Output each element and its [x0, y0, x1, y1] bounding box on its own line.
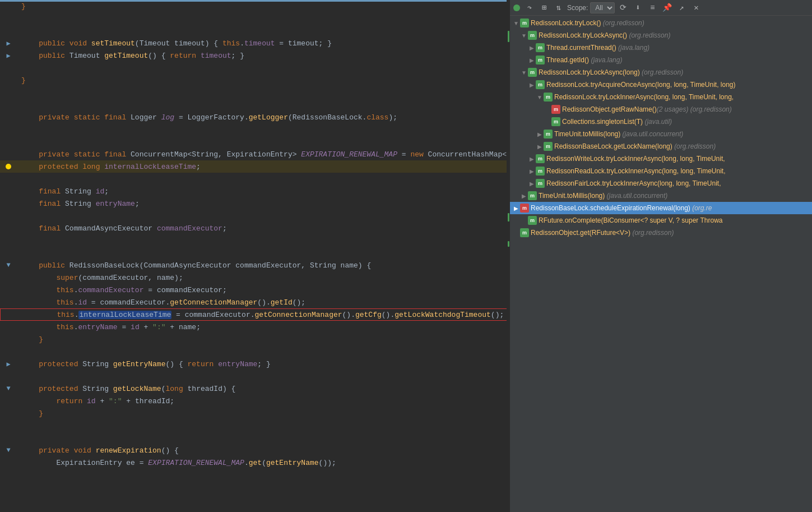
tree-item-11[interactable]: ▶ m RedissonBaseLock.getLockName(long) (…	[510, 140, 812, 153]
code-text: this.entryName = id + ":" + name;	[17, 323, 510, 331]
code-line: ▼ protected String getLockName(long thre…	[0, 382, 510, 395]
method-icon: m	[536, 179, 545, 188]
code-line	[0, 173, 510, 185]
code-text: protected String getLockName(long thread…	[17, 385, 510, 393]
tree-item-4[interactable]: ▶ m Thread.getId() (java.lang)	[510, 54, 812, 66]
scope-label: Scope:	[567, 4, 588, 12]
tree-item-text: RedissonLock.tryLockInnerAsync(long, lon…	[554, 93, 812, 101]
code-line	[0, 123, 510, 136]
tree-item-5[interactable]: ▼ m RedissonLock.tryLockAsync(long) (org…	[510, 66, 812, 79]
code-line: private static final ConcurrentMap<Strin…	[0, 148, 510, 160]
tree-expand-arrow[interactable]: ▼	[536, 94, 544, 100]
pin-button[interactable]: 📌	[661, 2, 673, 14]
tree-expand-arrow[interactable]: ▶	[512, 205, 520, 211]
code-line	[0, 234, 510, 247]
code-text: private void renewExpiration() {	[17, 446, 510, 455]
code-text: super(commandExecutor, name);	[17, 274, 510, 282]
tree-item-7[interactable]: ▼ m RedissonLock.tryLockInnerAsync(long,…	[510, 91, 812, 103]
tree-expand-arrow[interactable]: ▼	[520, 70, 528, 76]
refresh-button[interactable]: ⟳	[617, 2, 629, 14]
code-line: final String id;	[0, 185, 510, 197]
step-out-button[interactable]: ≡	[646, 2, 658, 14]
tree-item-14[interactable]: ▶ m RedissonFairLock.tryLockInnerAsync(l…	[510, 177, 812, 190]
tree-expand-arrow[interactable]: ▶	[528, 168, 536, 174]
expand-arrow[interactable]: ▼	[6, 261, 10, 269]
code-line: ▶ public void setTimeout(Timeout timeout…	[0, 37, 510, 49]
code-text: public RedissonBaseLock(CommandAsyncExec…	[17, 261, 510, 270]
method-icon: m	[536, 167, 545, 176]
code-line	[0, 419, 510, 432]
code-line	[0, 86, 510, 99]
code-text	[17, 101, 510, 109]
tree-expand-arrow[interactable]: ▼	[512, 20, 520, 26]
tree-item-9[interactable]: m Collections.singletonList(T) (java.uti…	[510, 116, 812, 128]
line-gutter: ▶	[0, 39, 17, 48]
code-text: protected long internalLockLeaseTime;	[17, 163, 510, 171]
code-text	[17, 434, 510, 442]
expand-arrow[interactable]: ▶	[6, 52, 10, 60]
tree-item-12[interactable]: ▶ m RedissonWriteLock.tryLockInnerAsync(…	[510, 153, 812, 165]
method-icon: m	[544, 130, 553, 139]
tree-expand-arrow[interactable]: ▶	[528, 57, 536, 63]
frames-button[interactable]: ⊞	[538, 2, 550, 14]
expand-arrow[interactable]: ▶	[6, 39, 10, 48]
code-line	[0, 210, 510, 222]
code-text: final String entryName;	[17, 200, 510, 208]
tree-item-text: RedissonFairLock.tryLockInnerAsync(long,…	[546, 179, 812, 187]
code-text	[17, 126, 510, 134]
export-button[interactable]: ↗	[675, 2, 688, 14]
step-into-button[interactable]: ⬇	[632, 2, 644, 14]
tree-expand-arrow[interactable]: ▶	[528, 82, 536, 88]
code-text: return id + ":" + threadId;	[17, 397, 510, 405]
tree-item-13[interactable]: ▶ m RedissonReadLock.tryLockInnerAsync(l…	[510, 165, 812, 177]
tree-expand-arrow[interactable]: ▼	[520, 33, 528, 39]
code-line	[0, 25, 510, 37]
code-text: final CommandAsyncExecutor commandExecut…	[17, 224, 510, 233]
step-over-button[interactable]: ↷	[523, 2, 536, 14]
call-stack-tree[interactable]: ▼ m RedissonLock.tryLock() (org.redisson…	[510, 16, 812, 512]
code-line: this.id = commandExecutor.getConnectionM…	[0, 296, 510, 308]
close-button[interactable]: ✕	[690, 2, 702, 14]
method-icon: m	[528, 68, 537, 77]
scroll-track	[507, 0, 510, 512]
tree-item-text: Collections.singletonList(T) (java.util)	[562, 118, 812, 126]
tree-expand-arrow[interactable]: ▶	[536, 131, 544, 137]
tree-item-3[interactable]: ▶ m Thread.currentThread() (java.lang)	[510, 41, 812, 54]
code-text	[17, 249, 510, 257]
code-line	[0, 99, 510, 111]
code-line: ExpirationEntry ee = EXPIRATION_RENEWAL_…	[0, 456, 510, 469]
tree-item-8[interactable]: m RedissonObject.getRawName()(2 usages) …	[510, 103, 812, 116]
tree-item-text: RedissonObject.getRawName()(2 usages) (o…	[562, 105, 812, 113]
tree-item-text: RedissonBaseLock.getLockName(long) (org.…	[554, 142, 812, 150]
tree-item-1[interactable]: ▼ m RedissonLock.tryLock() (org.redisson…	[510, 17, 812, 29]
tree-item-2[interactable]: ▼ m RedissonLock.tryLockAsync() (org.red…	[510, 29, 812, 41]
tree-expand-arrow[interactable]: ▶	[536, 144, 544, 150]
debug-toolbar: ↷ ⊞ ⇅ Scope: All ⟳ ⬇ ≡ 📌 ↗ ✕	[510, 0, 812, 16]
method-icon: m	[520, 228, 529, 237]
method-icon: m	[536, 56, 545, 64]
breakpoint-indicator	[6, 164, 11, 169]
sort-button[interactable]: ⇅	[553, 2, 565, 14]
tree-expand-arrow[interactable]: ▶	[520, 193, 528, 199]
tree-item-15[interactable]: ▶ m TimeUnit.toMillis(long) (java.util.c…	[510, 190, 812, 202]
tree-expand-arrow[interactable]: ▶	[528, 156, 536, 162]
tree-expand-arrow[interactable]: ▶	[528, 181, 536, 187]
tree-expand-arrow[interactable]: ▶	[528, 45, 536, 51]
tree-item-18[interactable]: m RedissonObject.get(RFuture<V>) (org.re…	[510, 227, 812, 239]
tree-item-17[interactable]: m RFuture.onComplete(BiConsumer<? super …	[510, 214, 812, 227]
expand-arrow[interactable]: ▼	[6, 446, 10, 454]
code-line: protected long internalLockLeaseTime;	[0, 160, 510, 173]
line-gutter: ▼	[0, 385, 17, 393]
method-icon: m	[536, 43, 545, 52]
tree-item-10[interactable]: ▶ m TimeUnit.toMillis(long) (java.util.c…	[510, 128, 812, 140]
scope-dropdown[interactable]: All	[590, 2, 615, 13]
tree-item-text: TimeUnit.toMillis(long) (java.util.concu…	[539, 192, 812, 200]
code-text: }	[17, 2, 510, 11]
tree-item-16-active[interactable]: ▶ m RedissonBaseLock.scheduleExpirationR…	[510, 202, 812, 214]
expand-arrow[interactable]: ▶	[6, 360, 10, 368]
tree-item-6[interactable]: ▶ m RedissonLock.tryAcquireOnceAsync(lon…	[510, 79, 812, 91]
expand-arrow[interactable]: ▼	[6, 385, 10, 393]
tree-item-text: RFuture.onComplete(BiConsumer<? super V,…	[539, 216, 812, 224]
change-indicator	[508, 31, 509, 42]
tree-item-text: RedissonReadLock.tryLockInnerAsync(long,…	[546, 167, 812, 175]
